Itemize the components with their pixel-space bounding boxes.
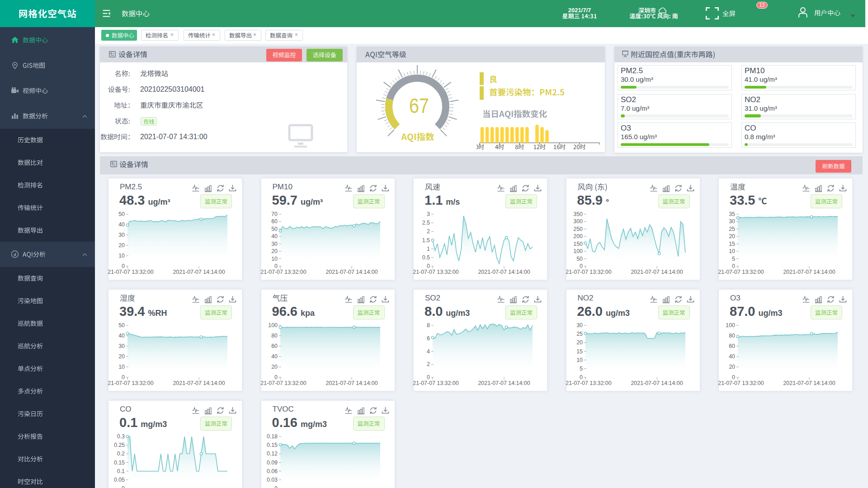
- svg-text:25: 25: [576, 331, 583, 337]
- svg-text:20: 20: [729, 233, 735, 239]
- svg-text:35: 35: [729, 211, 735, 217]
- svg-text:50: 50: [118, 322, 125, 328]
- svg-text:0.15: 0.15: [114, 459, 125, 465]
- svg-text:70: 70: [271, 211, 278, 217]
- svg-text:2021-07-07 14:14:00: 2021-07-07 14:14:00: [783, 269, 835, 275]
- svg-text:2021-07-07 14:14:00: 2021-07-07 14:14:00: [326, 269, 377, 275]
- svg-text:3: 3: [427, 211, 430, 217]
- svg-text:20: 20: [118, 353, 125, 360]
- svg-text:0: 0: [274, 485, 278, 488]
- svg-text:30: 30: [118, 343, 125, 349]
- svg-text:50: 50: [118, 211, 125, 217]
- svg-text:1: 1: [427, 246, 430, 252]
- svg-text:2021-07-07 13:32:00: 2021-07-07 13:32:00: [718, 269, 764, 275]
- svg-text:2021-07-07 13:32:00: 2021-07-07 13:32:00: [566, 380, 612, 386]
- svg-text:2021-07-07 14:14:00: 2021-07-07 14:14:00: [631, 269, 683, 275]
- svg-text:2021-07-07 14:14:00: 2021-07-07 14:14:00: [173, 269, 225, 275]
- svg-text:50: 50: [271, 226, 278, 232]
- svg-text:5: 5: [580, 366, 583, 372]
- svg-text:40: 40: [118, 221, 125, 228]
- svg-text:2021-07-07 14:14:00: 2021-07-07 14:14:00: [326, 380, 377, 386]
- svg-text:15: 15: [576, 348, 583, 355]
- svg-text:40: 40: [271, 233, 278, 239]
- svg-text:0.05: 0.05: [114, 476, 125, 483]
- svg-text:30: 30: [729, 218, 735, 225]
- svg-text:2021-07-07 13:32:00: 2021-07-07 13:32:00: [261, 269, 307, 275]
- svg-text:60: 60: [271, 218, 278, 225]
- svg-text:40: 40: [729, 353, 735, 360]
- svg-text:100: 100: [573, 248, 583, 254]
- svg-text:30: 30: [271, 241, 278, 247]
- svg-text:25: 25: [729, 226, 735, 232]
- svg-text:15: 15: [729, 241, 735, 247]
- svg-text:60: 60: [729, 343, 735, 349]
- svg-text:250: 250: [573, 226, 583, 232]
- svg-text:0.03: 0.03: [266, 476, 277, 483]
- svg-text:4: 4: [427, 348, 430, 355]
- svg-text:2021-07-07 14:14:00: 2021-07-07 14:14:00: [478, 380, 530, 386]
- svg-text:20: 20: [729, 364, 735, 370]
- svg-text:2021-07-07 13:32:00: 2021-07-07 13:32:00: [718, 380, 764, 386]
- svg-text:100: 100: [726, 322, 735, 328]
- svg-text:80: 80: [729, 333, 735, 339]
- svg-text:2: 2: [427, 228, 430, 235]
- svg-text:0.15: 0.15: [266, 442, 277, 448]
- svg-text:67: 67: [409, 94, 429, 117]
- svg-text:40: 40: [271, 353, 278, 360]
- svg-text:0.25: 0.25: [114, 442, 125, 448]
- svg-text:10: 10: [271, 256, 278, 262]
- svg-text:200: 200: [573, 233, 583, 239]
- svg-text:2021-07-07 14:14:00: 2021-07-07 14:14:00: [173, 380, 225, 386]
- svg-text:2: 2: [427, 361, 430, 367]
- svg-text:5: 5: [732, 256, 735, 262]
- svg-text:2.5: 2.5: [422, 220, 430, 226]
- svg-text:150: 150: [573, 241, 583, 247]
- svg-text:20: 20: [271, 248, 278, 254]
- svg-text:2021-07-07 13:32:00: 2021-07-07 13:32:00: [108, 269, 154, 275]
- svg-text:100: 100: [268, 322, 278, 328]
- svg-text:50: 50: [576, 256, 583, 262]
- svg-text:2021-07-07 13:32:00: 2021-07-07 13:32:00: [566, 269, 612, 275]
- svg-text:0.12: 0.12: [266, 450, 277, 457]
- svg-text:2021-07-07 14:14:00: 2021-07-07 14:14:00: [478, 269, 530, 275]
- svg-text:2021-07-07 13:32:00: 2021-07-07 13:32:00: [108, 380, 154, 386]
- svg-text:2021-07-07 14:14:00: 2021-07-07 14:14:00: [783, 380, 835, 386]
- svg-text:2021-07-07 14:14:00: 2021-07-07 14:14:00: [631, 380, 683, 386]
- svg-text:0.2: 0.2: [117, 450, 125, 457]
- svg-text:6: 6: [427, 335, 430, 342]
- svg-text:20: 20: [576, 339, 583, 346]
- svg-text:1.5: 1.5: [422, 237, 430, 244]
- svg-text:20: 20: [271, 364, 278, 370]
- svg-text:10: 10: [118, 253, 125, 259]
- svg-text:30: 30: [576, 322, 583, 328]
- svg-text:8: 8: [427, 322, 430, 328]
- svg-text:10: 10: [729, 248, 735, 254]
- svg-text:350: 350: [573, 211, 583, 217]
- svg-text:10: 10: [118, 364, 125, 370]
- svg-text:2021-07-07 13:32:00: 2021-07-07 13:32:00: [413, 269, 459, 275]
- svg-text:0.06: 0.06: [266, 468, 277, 474]
- svg-text:30: 30: [118, 232, 125, 238]
- svg-text:20: 20: [118, 242, 125, 249]
- svg-text:0.5: 0.5: [422, 254, 430, 261]
- svg-text:0: 0: [122, 485, 125, 488]
- svg-text:0.18: 0.18: [266, 433, 277, 440]
- svg-text:2021-07-07 13:32:00: 2021-07-07 13:32:00: [261, 380, 307, 386]
- svg-text:40: 40: [118, 333, 125, 339]
- svg-text:0.3: 0.3: [117, 433, 125, 440]
- svg-text:2021-07-07 13:32:00: 2021-07-07 13:32:00: [413, 380, 459, 386]
- svg-text:60: 60: [271, 343, 278, 349]
- svg-text:10: 10: [576, 357, 583, 363]
- svg-text:300: 300: [573, 218, 583, 225]
- svg-text:80: 80: [271, 333, 278, 339]
- svg-text:0.1: 0.1: [117, 468, 125, 474]
- svg-text:0.09: 0.09: [266, 459, 277, 465]
